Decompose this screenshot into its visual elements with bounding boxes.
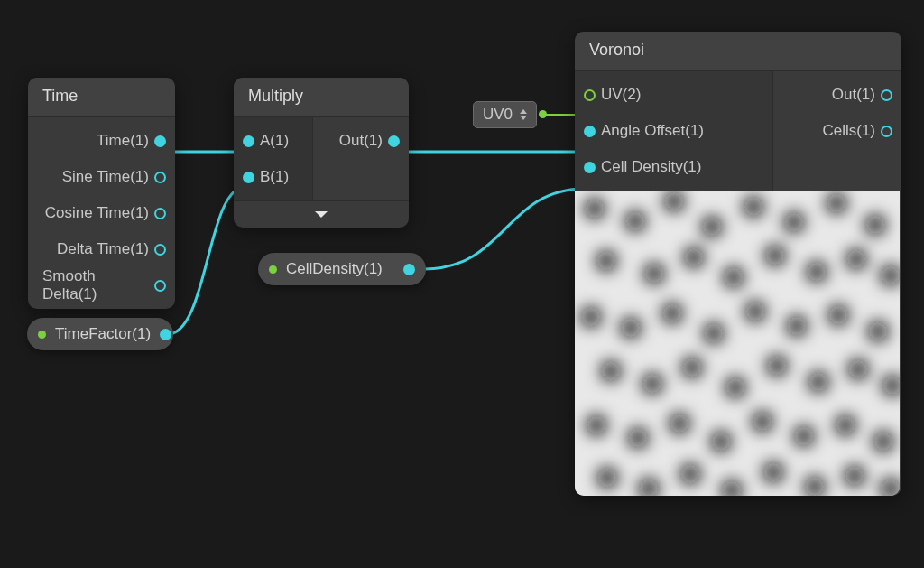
port-icon[interactable] [881,89,892,101]
svg-point-27 [682,358,702,377]
svg-point-20 [704,323,724,343]
multiply-node-header[interactable]: Multiply [234,78,409,117]
port-icon[interactable] [403,264,415,275]
time-port-delta[interactable]: Delta Time(1) [28,231,175,267]
port-icon[interactable] [243,172,254,183]
svg-point-13 [765,246,785,265]
svg-point-10 [644,264,664,284]
time-node[interactable]: Time Time(1) Sine Time(1) Cosine Time(1)… [28,78,175,309]
celldensity-pill[interactable]: CellDensity(1) [258,253,426,285]
port-icon[interactable] [154,208,166,219]
svg-point-14 [807,262,827,282]
port-icon[interactable] [243,135,254,147]
svg-point-22 [787,316,807,336]
svg-point-16 [881,265,900,285]
svg-point-45 [763,462,783,482]
voronoi-input-uv[interactable]: UV(2) [575,77,772,113]
voronoi-node-header[interactable]: Voronoi [575,32,901,71]
svg-rect-0 [575,191,900,496]
svg-point-31 [848,359,868,379]
voronoi-input-density[interactable]: Cell Density(1) [575,149,772,185]
port-icon[interactable] [160,329,171,340]
svg-point-41 [597,468,617,488]
voronoi-node[interactable]: Voronoi UV(2) Angle Offset(1) Cell Densi… [575,32,901,496]
multiply-input-b[interactable]: B(1) [234,159,312,195]
port-icon[interactable] [154,135,166,147]
property-dot-icon [38,331,46,339]
svg-point-18 [621,318,641,338]
node-title: Multiply [248,87,303,105]
svg-point-19 [662,303,682,323]
svg-point-7 [827,193,846,213]
time-port-sine[interactable]: Sine Time(1) [28,159,175,195]
svg-point-46 [805,477,825,496]
svg-point-28 [725,377,745,397]
svg-point-36 [711,432,731,452]
svg-point-24 [868,321,888,341]
multiply-input-a[interactable]: A(1) [234,123,312,159]
voronoi-output-cells[interactable]: Cells(1) [773,113,901,149]
svg-point-43 [680,464,700,484]
multiply-expand-toggle[interactable] [234,200,409,228]
node-canvas[interactable]: Time Time(1) Sine Time(1) Cosine Time(1)… [0,0,924,568]
multiply-output-out[interactable]: Out(1) [313,123,409,159]
svg-point-30 [808,372,828,392]
port-icon[interactable] [154,172,166,183]
port-icon[interactable] [584,162,596,173]
port-icon[interactable] [388,135,400,147]
svg-point-33 [587,415,606,435]
svg-point-15 [846,249,866,269]
node-title: Time [42,87,78,105]
svg-point-26 [642,374,662,394]
svg-point-34 [628,428,648,448]
svg-point-40 [873,432,893,452]
svg-point-9 [596,251,616,271]
svg-point-3 [664,191,684,211]
svg-point-38 [794,426,814,446]
svg-point-39 [836,415,855,435]
svg-point-47 [845,466,864,486]
svg-point-29 [767,356,787,376]
node-title: Voronoi [589,41,644,59]
svg-point-37 [753,412,772,432]
uv-dropdown[interactable]: UV0 [473,101,537,128]
timefactor-pill[interactable]: TimeFactor(1) [27,318,173,350]
multiply-node[interactable]: Multiply A(1) B(1) Out(1) [234,78,409,228]
uv-output-dot[interactable] [539,110,547,118]
svg-point-5 [744,197,763,217]
svg-point-35 [670,414,689,433]
chevron-down-icon [315,211,328,218]
port-icon[interactable] [881,126,892,137]
svg-point-1 [585,199,605,219]
svg-point-2 [625,211,645,231]
svg-point-23 [828,305,848,325]
svg-point-21 [745,302,765,321]
dropdown-arrows-icon [520,109,527,120]
svg-point-4 [702,217,722,237]
time-port-time[interactable]: Time(1) [28,123,175,159]
svg-point-17 [581,307,601,327]
time-node-header[interactable]: Time [28,78,175,117]
time-port-cosine[interactable]: Cosine Time(1) [28,195,175,231]
svg-point-25 [601,361,621,381]
time-port-smooth[interactable]: Smooth Delta(1) [28,267,175,303]
voronoi-input-angle[interactable]: Angle Offset(1) [575,113,772,149]
port-icon[interactable] [154,280,166,292]
svg-point-8 [865,215,885,235]
port-icon[interactable] [584,126,596,137]
port-icon[interactable] [154,244,166,256]
voronoi-preview [575,191,900,496]
voronoi-output-out[interactable]: Out(1) [773,77,901,113]
port-icon[interactable] [584,89,596,101]
property-dot-icon [269,265,277,274]
svg-point-12 [724,267,744,287]
svg-point-6 [784,212,804,232]
svg-point-11 [684,247,704,267]
